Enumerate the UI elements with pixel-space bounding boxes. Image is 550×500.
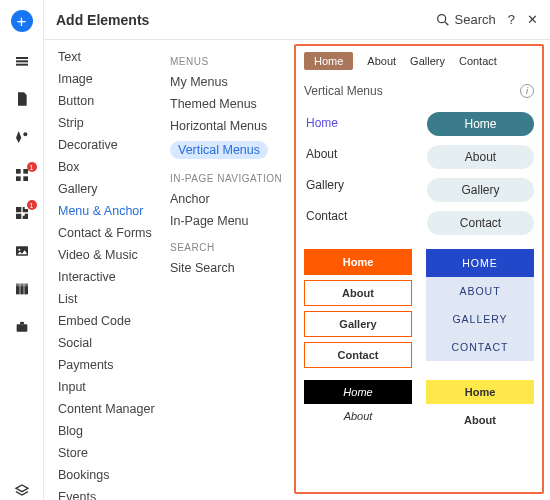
svg-line-16 xyxy=(445,22,448,25)
category-item[interactable]: Interactive xyxy=(58,270,158,284)
subcategory-item[interactable]: In-Page Menu xyxy=(170,214,284,228)
design-icon[interactable] xyxy=(13,128,31,146)
category-item[interactable]: Content Manager xyxy=(58,402,158,416)
left-rail: + 1 1 xyxy=(0,0,44,500)
section-heading: IN-PAGE NAVIGATION xyxy=(170,173,284,184)
add-button[interactable]: + xyxy=(11,10,33,32)
search-icon xyxy=(435,12,451,28)
layers-icon[interactable] xyxy=(13,482,31,500)
category-item[interactable]: List xyxy=(58,292,158,306)
subcategory-item[interactable]: Themed Menus xyxy=(170,97,284,111)
categories-list: TextImageButtonStripDecorativeBoxGallery… xyxy=(44,40,164,500)
category-item[interactable]: Store xyxy=(58,446,158,460)
section-title-row: Vertical Menus i xyxy=(304,84,534,98)
close-button[interactable]: ✕ xyxy=(527,12,538,27)
plugins-icon[interactable]: 1 xyxy=(13,204,31,222)
svg-rect-4 xyxy=(16,169,21,174)
business-icon[interactable] xyxy=(13,318,31,336)
category-item[interactable]: Events xyxy=(58,490,158,500)
category-item[interactable]: Text xyxy=(58,50,158,64)
category-item[interactable]: Payments xyxy=(58,358,158,372)
category-item[interactable]: Box xyxy=(58,160,158,174)
vertical-menu-pill[interactable]: HomeAboutGalleryContact xyxy=(427,112,534,235)
search-button[interactable]: Search xyxy=(435,12,496,28)
category-item[interactable]: Decorative xyxy=(58,138,158,152)
category-item[interactable]: Video & Music xyxy=(58,248,158,262)
category-item[interactable]: Blog xyxy=(58,424,158,438)
category-item[interactable]: Social xyxy=(58,336,158,350)
preview-area: HomeAboutGalleryContact Vertical Menus i… xyxy=(294,44,544,494)
vertical-menu-yellow[interactable]: HomeAbout xyxy=(426,380,534,432)
svg-rect-11 xyxy=(16,284,28,287)
svg-rect-0 xyxy=(16,57,28,59)
subcategory-item[interactable]: Horizontal Menus xyxy=(170,119,284,133)
apps-icon[interactable]: 1 xyxy=(13,166,31,184)
page-icon[interactable] xyxy=(13,90,31,108)
svg-rect-7 xyxy=(23,176,28,181)
svg-point-9 xyxy=(18,249,20,251)
panel-title: Add Elements xyxy=(56,12,149,28)
data-icon[interactable] xyxy=(13,280,31,298)
sections-icon[interactable] xyxy=(13,52,31,70)
category-item[interactable]: Strip xyxy=(58,116,158,130)
category-item[interactable]: Bookings xyxy=(58,468,158,482)
category-item[interactable]: Gallery xyxy=(58,182,158,196)
svg-rect-1 xyxy=(16,60,28,62)
vertical-menu-text[interactable]: HomeAboutGalleryContact xyxy=(304,112,411,235)
svg-rect-14 xyxy=(16,324,27,331)
media-icon[interactable] xyxy=(13,242,31,260)
svg-point-3 xyxy=(23,132,27,136)
vertical-menu-orange[interactable]: HomeAboutGalleryContact xyxy=(304,249,412,368)
svg-rect-2 xyxy=(16,64,28,66)
badge: 1 xyxy=(27,162,37,172)
subcategory-item[interactable]: My Menus xyxy=(170,75,284,89)
subcategory-item[interactable]: Anchor xyxy=(170,192,284,206)
vertical-menu-black[interactable]: HomeAbout xyxy=(304,380,412,432)
horizontal-menu-preview[interactable]: HomeAboutGalleryContact xyxy=(304,52,534,70)
category-item[interactable]: Embed Code xyxy=(58,314,158,328)
section-heading: SEARCH xyxy=(170,242,284,253)
category-item[interactable]: Button xyxy=(58,94,158,108)
subcategories-list: MENUSMy MenusThemed MenusHorizontal Menu… xyxy=(164,40,294,500)
info-icon[interactable]: i xyxy=(520,84,534,98)
subcategory-item[interactable]: Vertical Menus xyxy=(170,141,268,159)
add-elements-panel: Add Elements Search ? ✕ TextImageButtonS… xyxy=(44,0,550,500)
section-heading: MENUS xyxy=(170,56,284,67)
section-title: Vertical Menus xyxy=(304,84,383,98)
panel-header: Add Elements Search ? ✕ xyxy=(44,0,550,40)
category-item[interactable]: Contact & Forms xyxy=(58,226,158,240)
category-item[interactable]: Input xyxy=(58,380,158,394)
subcategory-item[interactable]: Site Search xyxy=(170,261,284,275)
category-item[interactable]: Menu & Anchor xyxy=(58,204,158,218)
svg-rect-6 xyxy=(16,176,21,181)
category-item[interactable]: Image xyxy=(58,72,158,86)
vertical-menu-serif[interactable]: HOMEABOUTGALLERYCONTACT xyxy=(426,249,534,368)
svg-point-15 xyxy=(437,14,445,22)
badge: 1 xyxy=(27,200,37,210)
help-button[interactable]: ? xyxy=(508,12,515,27)
